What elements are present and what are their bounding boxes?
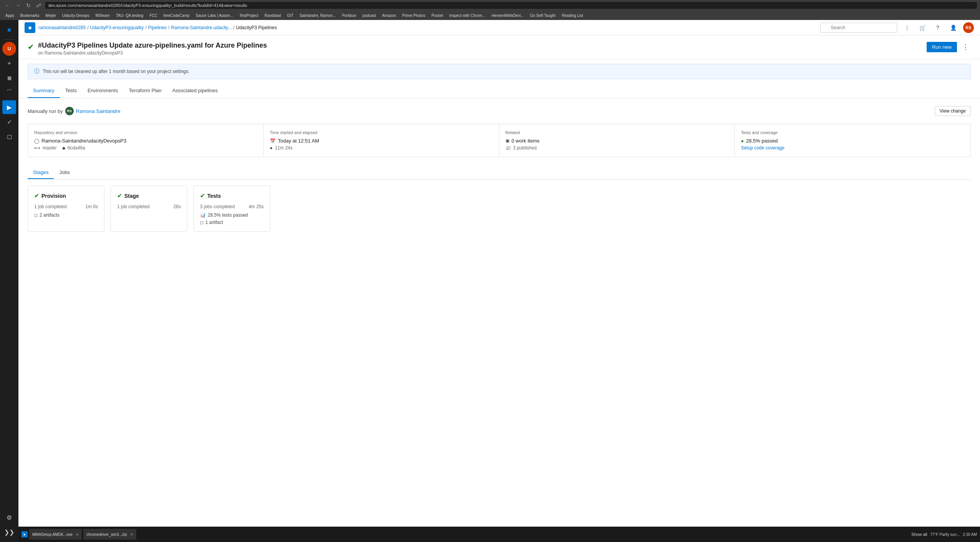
main-tabs: Summary Tests Environments Terraform Pla…: [18, 84, 980, 98]
page-title-content: ✔ #UdacityP3 Pipelines Update azure-pipe…: [28, 41, 267, 56]
sidebar-icon-board[interactable]: ▦: [2, 71, 16, 85]
page-actions: Run new ⋮: [927, 41, 971, 52]
run-by-prefix: Manually run by: [28, 108, 63, 114]
search-wrapper: 🔍: [820, 23, 897, 33]
sidebar-icon-expand[interactable]: ❯❯: [2, 525, 16, 539]
bookmark-udacity[interactable]: Udacity-Devops: [60, 13, 92, 18]
breadcrumb-repo[interactable]: Ramona-Saintandre.udacity...: [171, 25, 232, 30]
bookmark-testproject[interactable]: TestProject: [237, 13, 260, 18]
bookmark-mslearn[interactable]: MSlearn: [93, 13, 112, 18]
windows-icon[interactable]: ■: [21, 531, 28, 537]
taskbar-item-mmasetup[interactable]: MMASetup-AMD6...exe ✕: [29, 529, 82, 540]
tests-passed-text: 28.5% passed: [746, 138, 778, 144]
bookmark-apps[interactable]: Apps: [3, 13, 17, 18]
stage-provision-name[interactable]: Provision: [41, 193, 66, 199]
tab-summary[interactable]: Summary: [28, 84, 60, 98]
person-icon[interactable]: 👤: [948, 22, 959, 33]
bookmark-goself[interactable]: Go Self-Taught: [528, 13, 558, 18]
forward-button[interactable]: →: [14, 2, 22, 9]
stats-repo-name: ◯ Ramona-Saintandre/udacityDevopsP3: [34, 138, 257, 144]
stats-related-label: Related: [506, 130, 729, 135]
taskbar-time: 2:30 AM: [963, 532, 977, 537]
run-by-name[interactable]: Ramona Saintandre: [76, 108, 121, 114]
stage-tests-meta: 3 jobs completed 4m 25s: [200, 204, 264, 209]
sidebar-icon-settings[interactable]: ⚙: [2, 511, 16, 524]
breadcrumb-project[interactable]: UdacityP3-ensuringquality: [90, 25, 144, 30]
stage-cards: ✔ Provision 1 job completed 1m 0s ◻ 2 ar…: [28, 186, 971, 232]
stage-provision-header: ✔ Provision: [34, 192, 98, 199]
taskbar-left: ■ MMASetup-AMD6...exe ✕ chromedriver_win…: [21, 529, 136, 540]
bookmark-pocket[interactable]: Pocket: [429, 13, 446, 18]
bookmark-reading[interactable]: Reading List: [559, 13, 585, 18]
bookmark-podcast[interactable]: podcast: [360, 13, 378, 18]
bookmark-fcc[interactable]: FCC: [147, 13, 160, 18]
stage-tests-passed-row: 📊 28.5% tests passed: [200, 212, 264, 218]
passed-icon: ●: [741, 138, 744, 144]
browser-chrome: ← → ↻ ☍ dev.azure.com/ramonasaintandre02…: [0, 0, 980, 11]
sidebar-icon-home[interactable]: ■: [2, 23, 16, 37]
refresh-button[interactable]: ↻: [25, 2, 32, 9]
grid-icon[interactable]: ⋮: [902, 22, 912, 33]
home-nav-button[interactable]: ☍: [35, 2, 43, 9]
view-change-button[interactable]: View change: [935, 106, 971, 116]
repo-name-text[interactable]: Ramona-Saintandre/udacityDevopsP3: [41, 138, 126, 144]
bookmark-primephotos[interactable]: Prime Photos: [400, 13, 428, 18]
commit-text[interactable]: 6cda46a: [68, 145, 85, 151]
stage-tests-jobs: 3 jobs completed: [200, 204, 235, 209]
breadcrumb-sep-3: /: [168, 25, 169, 30]
stats-repo: Repository and version ◯ Ramona-Saintand…: [28, 124, 264, 157]
sidebar-icon-pipelines[interactable]: ▶: [2, 100, 16, 114]
stage-stage-header: ✔ Stage: [117, 192, 181, 199]
user-avatar[interactable]: RS: [963, 22, 974, 33]
bookmark-saintandre[interactable]: Saintandre, Ramon...: [297, 13, 338, 18]
bookmark-bookmarks[interactable]: Bookmarks: [18, 13, 42, 18]
stage-tests-artifacts-row: ◻ 1 artifact: [200, 220, 264, 225]
stage-provision-duration: 1m 0s: [85, 204, 98, 209]
bookmark-elementwebdev[interactable]: elementWebDevi...: [489, 13, 526, 18]
calendar-icon: 📅: [270, 138, 276, 144]
url-bar[interactable]: dev.azure.com/ramonasaintandre0285/Udaci…: [45, 2, 977, 9]
tab-associated-pipelines[interactable]: Associated pipelines: [167, 84, 223, 98]
stage-stage-name[interactable]: Stage: [124, 193, 139, 199]
sidebar-icon-add[interactable]: +: [2, 56, 16, 70]
page-title: #UdacityP3 Pipelines Update azure-pipeli…: [38, 41, 267, 50]
setup-coverage-link[interactable]: Setup code coverage: [741, 145, 784, 151]
bookmark-sauce[interactable]: Sauce Labs | Autom...: [193, 13, 236, 18]
bookmark-git[interactable]: GIT: [285, 13, 296, 18]
show-all-button[interactable]: Show all: [911, 532, 927, 537]
stage-provision-meta: 1 job completed 1m 0s: [34, 204, 98, 209]
bookmark-randstad[interactable]: Randstad: [262, 13, 283, 18]
tab-terraform-plan[interactable]: Terraform Plan: [123, 84, 167, 98]
published-icon: 📰: [506, 146, 511, 151]
sidebar-icon-artifacts[interactable]: ◻: [2, 129, 16, 143]
tab-environments[interactable]: Environments: [82, 84, 123, 98]
taskbar-item-chromedriver[interactable]: chromedriver_win3...zip ✕: [83, 529, 136, 540]
bookmark-tau[interactable]: TAU- QA testing: [114, 13, 146, 18]
run-by-row: Manually run by RS Ramona Saintandre Vie…: [28, 106, 971, 116]
run-new-button[interactable]: Run new: [927, 42, 957, 52]
cart-icon[interactable]: 🛒: [917, 22, 928, 33]
branch-icon: ⟷: [34, 146, 40, 151]
tab-jobs[interactable]: Jobs: [54, 166, 75, 179]
tab-stages[interactable]: Stages: [28, 166, 54, 179]
back-button[interactable]: ←: [3, 2, 12, 9]
sidebar-icon-avatar[interactable]: U: [2, 42, 16, 56]
bookmark-freecodecamp[interactable]: freeCodeCamp: [161, 13, 192, 18]
search-input[interactable]: [820, 23, 897, 33]
taskbar-item-mmasetup-close[interactable]: ✕: [76, 532, 79, 537]
content-body: ✔ #UdacityP3 Pipelines Update azure-pipe…: [18, 35, 980, 527]
taskbar-item-chromedriver-label: chromedriver_win3...zip: [86, 532, 127, 537]
sidebar-icon-testplans[interactable]: ✓: [2, 115, 16, 129]
more-options-button[interactable]: ⋮: [960, 41, 971, 52]
stage-tests-name[interactable]: Tests: [207, 193, 221, 199]
sidebar-icon-repos[interactable]: ⎴: [2, 86, 16, 99]
breadcrumb-org[interactable]: ramonasaintandre0285: [38, 25, 86, 30]
taskbar-item-chromedriver-close[interactable]: ✕: [130, 532, 133, 537]
bookmark-inspect[interactable]: Inspect with Chrom...: [447, 13, 488, 18]
tab-tests[interactable]: Tests: [60, 84, 82, 98]
help-icon[interactable]: ?: [932, 22, 943, 33]
bookmark-amazon[interactable]: Amazon: [380, 13, 398, 18]
bookmark-meijer[interactable]: Meijer: [43, 13, 58, 18]
breadcrumb-pipelines[interactable]: Pipelines: [148, 25, 167, 30]
bookmark-porkbun[interactable]: Porkbun: [340, 13, 359, 18]
